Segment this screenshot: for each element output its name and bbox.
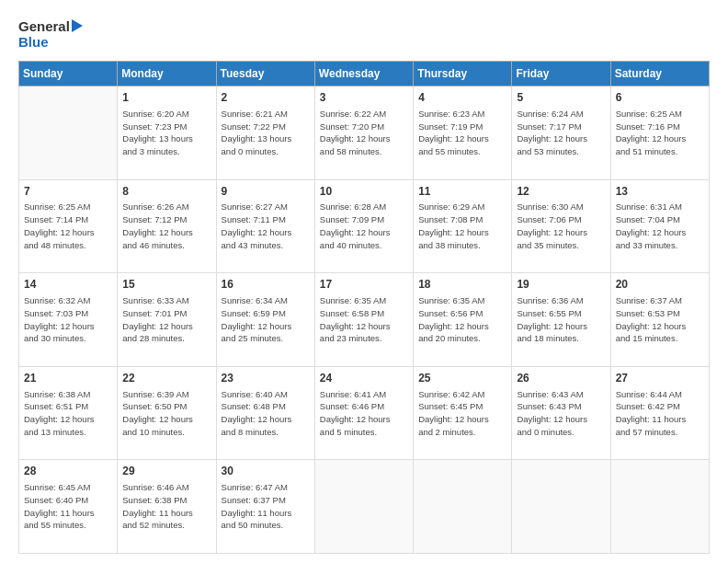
day-number: 24	[320, 371, 408, 386]
calendar-cell: 13Sunrise: 6:31 AMSunset: 7:04 PMDayligh…	[610, 179, 709, 273]
calendar-week-4: 21Sunrise: 6:38 AMSunset: 6:51 PMDayligh…	[19, 366, 710, 460]
day-number: 11	[418, 184, 506, 200]
day-number: 27	[616, 371, 704, 386]
day-info: Sunrise: 6:26 AMSunset: 7:12 PMDaylight:…	[122, 201, 210, 251]
day-number: 21	[24, 371, 112, 386]
calendar-cell: 15Sunrise: 6:33 AMSunset: 7:01 PMDayligh…	[118, 273, 216, 367]
day-info: Sunrise: 6:24 AMSunset: 7:17 PMDaylight:…	[517, 108, 605, 158]
day-info: Sunrise: 6:29 AMSunset: 7:08 PMDaylight:…	[418, 201, 506, 251]
calendar-cell	[19, 86, 118, 180]
day-info: Sunrise: 6:31 AMSunset: 7:04 PMDaylight:…	[616, 201, 704, 251]
calendar-week-5: 28Sunrise: 6:45 AMSunset: 6:40 PMDayligh…	[19, 460, 710, 554]
day-number: 16	[222, 277, 310, 293]
calendar-cell: 4Sunrise: 6:23 AMSunset: 7:19 PMDaylight…	[414, 86, 512, 180]
day-info: Sunrise: 6:21 AMSunset: 7:22 PMDaylight:…	[222, 108, 310, 158]
day-info: Sunrise: 6:42 AMSunset: 6:45 PMDaylight:…	[418, 388, 506, 439]
svg-text:General: General	[18, 18, 70, 34]
calendar-cell: 14Sunrise: 6:32 AMSunset: 7:03 PMDayligh…	[19, 273, 118, 367]
calendar-table: SundayMondayTuesdayWednesdayThursdayFrid…	[18, 61, 710, 554]
calendar-cell: 16Sunrise: 6:34 AMSunset: 6:59 PMDayligh…	[216, 273, 314, 367]
day-number: 19	[517, 277, 605, 293]
day-number: 3	[320, 90, 408, 106]
day-number: 17	[320, 277, 408, 293]
calendar-week-3: 14Sunrise: 6:32 AMSunset: 7:03 PMDayligh…	[19, 273, 710, 367]
calendar-cell: 3Sunrise: 6:22 AMSunset: 7:20 PMDaylight…	[314, 86, 413, 180]
logo: GeneralBlue	[18, 15, 83, 52]
weekday-header-saturday: Saturday	[610, 62, 709, 86]
day-info: Sunrise: 6:44 AMSunset: 6:42 PMDaylight:…	[616, 388, 704, 439]
day-info: Sunrise: 6:46 AMSunset: 6:38 PMDaylight:…	[122, 481, 210, 532]
weekday-header-wednesday: Wednesday	[314, 62, 413, 86]
day-number: 10	[320, 184, 408, 200]
header: GeneralBlue	[18, 15, 710, 52]
weekday-header-tuesday: Tuesday	[216, 62, 314, 86]
day-number: 15	[122, 277, 210, 293]
calendar-cell: 8Sunrise: 6:26 AMSunset: 7:12 PMDaylight…	[118, 179, 216, 273]
svg-marker-2	[72, 19, 83, 32]
day-number: 22	[122, 371, 210, 386]
calendar-cell: 29Sunrise: 6:46 AMSunset: 6:38 PMDayligh…	[118, 460, 216, 554]
svg-text:Blue: Blue	[18, 34, 49, 50]
calendar-cell: 1Sunrise: 6:20 AMSunset: 7:23 PMDaylight…	[118, 86, 216, 180]
day-number: 23	[222, 371, 310, 386]
calendar-cell: 25Sunrise: 6:42 AMSunset: 6:45 PMDayligh…	[414, 366, 512, 460]
day-info: Sunrise: 6:41 AMSunset: 6:46 PMDaylight:…	[320, 388, 408, 439]
day-number: 25	[418, 371, 506, 386]
calendar-week-1: 1Sunrise: 6:20 AMSunset: 7:23 PMDaylight…	[19, 86, 710, 180]
day-number: 13	[616, 184, 704, 200]
calendar-cell: 28Sunrise: 6:45 AMSunset: 6:40 PMDayligh…	[19, 460, 118, 554]
calendar-cell: 9Sunrise: 6:27 AMSunset: 7:11 PMDaylight…	[216, 179, 314, 273]
calendar-cell: 22Sunrise: 6:39 AMSunset: 6:50 PMDayligh…	[118, 366, 216, 460]
day-number: 26	[517, 371, 605, 386]
day-number: 2	[222, 90, 310, 106]
day-info: Sunrise: 6:25 AMSunset: 7:14 PMDaylight:…	[24, 201, 112, 251]
day-info: Sunrise: 6:38 AMSunset: 6:51 PMDaylight:…	[24, 388, 112, 439]
calendar-cell: 18Sunrise: 6:35 AMSunset: 6:56 PMDayligh…	[414, 273, 512, 367]
day-info: Sunrise: 6:27 AMSunset: 7:11 PMDaylight:…	[222, 201, 310, 251]
day-number: 30	[222, 464, 310, 479]
calendar-cell: 20Sunrise: 6:37 AMSunset: 6:53 PMDayligh…	[610, 273, 709, 367]
day-info: Sunrise: 6:28 AMSunset: 7:09 PMDaylight:…	[320, 201, 408, 251]
day-number: 8	[122, 184, 210, 200]
weekday-header-row: SundayMondayTuesdayWednesdayThursdayFrid…	[19, 62, 710, 86]
calendar-cell: 30Sunrise: 6:47 AMSunset: 6:37 PMDayligh…	[216, 460, 314, 554]
day-number: 9	[222, 184, 310, 200]
day-info: Sunrise: 6:35 AMSunset: 6:58 PMDaylight:…	[320, 294, 408, 345]
day-number: 1	[122, 90, 210, 106]
day-number: 28	[24, 464, 112, 479]
day-info: Sunrise: 6:33 AMSunset: 7:01 PMDaylight:…	[122, 294, 210, 345]
calendar-cell: 17Sunrise: 6:35 AMSunset: 6:58 PMDayligh…	[314, 273, 413, 367]
calendar-week-2: 7Sunrise: 6:25 AMSunset: 7:14 PMDaylight…	[19, 179, 710, 273]
calendar-cell: 10Sunrise: 6:28 AMSunset: 7:09 PMDayligh…	[314, 179, 413, 273]
day-info: Sunrise: 6:23 AMSunset: 7:19 PMDaylight:…	[418, 108, 506, 158]
calendar-cell	[414, 460, 512, 554]
day-number: 29	[122, 464, 210, 479]
calendar-cell	[512, 460, 610, 554]
calendar-cell	[610, 460, 709, 554]
weekday-header-thursday: Thursday	[414, 62, 512, 86]
day-number: 12	[517, 184, 605, 200]
day-info: Sunrise: 6:40 AMSunset: 6:48 PMDaylight:…	[222, 388, 310, 439]
day-info: Sunrise: 6:43 AMSunset: 6:43 PMDaylight:…	[517, 388, 605, 439]
calendar-cell: 2Sunrise: 6:21 AMSunset: 7:22 PMDaylight…	[216, 86, 314, 180]
day-info: Sunrise: 6:25 AMSunset: 7:16 PMDaylight:…	[616, 108, 704, 158]
calendar-cell: 27Sunrise: 6:44 AMSunset: 6:42 PMDayligh…	[610, 366, 709, 460]
weekday-header-friday: Friday	[512, 62, 610, 86]
weekday-header-sunday: Sunday	[19, 62, 118, 86]
calendar-cell: 11Sunrise: 6:29 AMSunset: 7:08 PMDayligh…	[414, 179, 512, 273]
calendar-cell: 24Sunrise: 6:41 AMSunset: 6:46 PMDayligh…	[314, 366, 413, 460]
day-info: Sunrise: 6:32 AMSunset: 7:03 PMDaylight:…	[24, 294, 112, 345]
calendar-cell: 12Sunrise: 6:30 AMSunset: 7:06 PMDayligh…	[512, 179, 610, 273]
day-number: 4	[418, 90, 506, 106]
weekday-header-monday: Monday	[118, 62, 216, 86]
day-info: Sunrise: 6:36 AMSunset: 6:55 PMDaylight:…	[517, 294, 605, 345]
calendar-cell: 23Sunrise: 6:40 AMSunset: 6:48 PMDayligh…	[216, 366, 314, 460]
day-info: Sunrise: 6:47 AMSunset: 6:37 PMDaylight:…	[222, 481, 310, 532]
day-info: Sunrise: 6:34 AMSunset: 6:59 PMDaylight:…	[222, 294, 310, 345]
day-number: 18	[418, 277, 506, 293]
day-info: Sunrise: 6:22 AMSunset: 7:20 PMDaylight:…	[320, 108, 408, 158]
calendar-cell: 7Sunrise: 6:25 AMSunset: 7:14 PMDaylight…	[19, 179, 118, 273]
day-number: 20	[616, 277, 704, 293]
logo-svg: GeneralBlue	[18, 15, 83, 52]
day-number: 7	[24, 184, 112, 200]
